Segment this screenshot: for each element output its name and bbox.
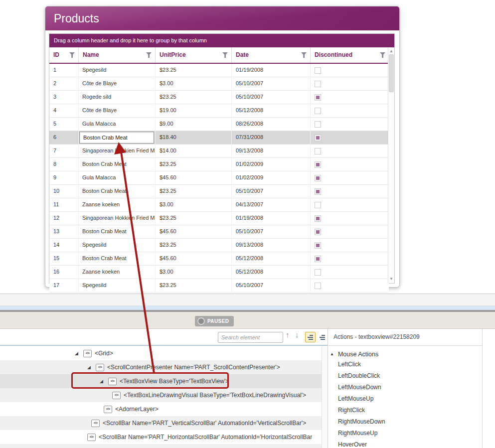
discontinued-checkbox[interactable] — [315, 94, 321, 101]
discontinued-checkbox[interactable] — [315, 175, 321, 181]
scrollbar-thumb[interactable] — [389, 54, 394, 92]
scroll-up-icon[interactable]: ▲ — [388, 48, 394, 54]
discontinued-checkbox[interactable] — [315, 202, 321, 208]
tree-node[interactable]: ◢ <> <ScrollBar Name='PART_VerticalScrol… — [0, 416, 322, 430]
table-row[interactable]: 9 Gula Malacca $45.60 01/02/2009 — [49, 171, 389, 185]
cell-name: Spegesild — [79, 239, 156, 252]
table-row[interactable]: 10 Boston Crab Meat $23.25 05/10/2007 — [49, 185, 389, 198]
product-name: Côte de Blaye — [82, 107, 117, 113]
discontinued-checkbox[interactable] — [315, 256, 321, 262]
cell-name: Côte de Blaye — [79, 77, 156, 90]
column-header-name[interactable]: Name — [79, 47, 156, 63]
table-row[interactable]: 5 Gula Malacca $9.00 08/26/2008 — [49, 118, 389, 131]
discontinued-checkbox[interactable] — [315, 188, 321, 195]
table-row[interactable]: 2 Côte de Blaye $3.00 05/10/2007 — [49, 77, 389, 91]
cell-discontinued — [311, 198, 389, 211]
collapse-icon[interactable]: ▲ — [330, 350, 334, 359]
discontinued-checkbox[interactable] — [315, 148, 321, 154]
filter-funnel-icon[interactable] — [69, 52, 75, 58]
discontinued-checkbox[interactable] — [315, 229, 321, 235]
search-input[interactable] — [218, 332, 283, 343]
action-item[interactable]: LeftClick — [328, 359, 482, 370]
column-header-date[interactable]: Date — [232, 47, 311, 63]
discontinued-checkbox[interactable] — [315, 121, 321, 128]
element-tag-icon: <> — [91, 420, 100, 427]
product-name: Spegesild — [82, 67, 106, 73]
mouse-actions-group[interactable]: ▲ Mouse Actions — [328, 350, 482, 359]
table-row[interactable]: 1 Spegesild $23.25 01/19/2008 — [49, 64, 389, 77]
discontinued-checkbox[interactable] — [315, 81, 321, 87]
discontinued-checkbox[interactable] — [315, 283, 321, 289]
cell-discontinued — [311, 118, 389, 131]
filter-funnel-icon[interactable] — [146, 52, 152, 58]
discontinued-checkbox[interactable] — [315, 161, 321, 168]
actions-panel: Actions - textboxview#22158209 ▲ Mouse A… — [328, 329, 482, 448]
table-row[interactable]: 3 Rogede sild $23.25 05/10/2007 — [49, 91, 389, 104]
discontinued-checkbox[interactable] — [315, 67, 321, 74]
group-by-panel[interactable]: Drag a column header and drop it here to… — [49, 34, 394, 47]
discontinued-checkbox[interactable] — [315, 135, 321, 141]
cell-date: 01/02/2009 — [232, 171, 311, 184]
table-row[interactable]: 11 Zaanse koeken $3.00 04/13/2007 — [49, 198, 389, 212]
table-row[interactable]: 4 Côte de Blaye $19.00 05/12/2008 — [49, 104, 389, 118]
discontinued-checkbox[interactable] — [315, 269, 321, 276]
column-header-discontinued[interactable]: Discontinued — [311, 47, 389, 63]
cell-discontinued — [311, 77, 389, 90]
scroll-down-icon[interactable]: ▼ — [388, 276, 394, 282]
name-editor-input[interactable]: Boston Crab Meat — [79, 132, 154, 144]
action-item[interactable]: LeftMouseUp — [328, 393, 482, 405]
status-strip — [0, 312, 495, 329]
tree-node[interactable]: ◢ <> <TextBoxView BaseType='TextBoxView'… — [0, 374, 322, 388]
action-item[interactable]: RightMouseUp — [328, 428, 482, 439]
tree-scrollbar[interactable] — [322, 346, 328, 448]
tree-node[interactable]: ◢ <> <TextBoxLineDrawingVisual BaseType=… — [0, 388, 322, 402]
column-header-unitprice[interactable]: UnitPrice — [156, 47, 232, 63]
paused-label: PAUSED — [207, 318, 229, 324]
element-tree: ◢ <> <Grid> ◢ <> <ScrollContentPresenter… — [0, 346, 322, 448]
table-row[interactable]: 16 Zaanse koeken $3.00 05/12/2008 — [49, 266, 389, 279]
expander-icon[interactable]: ◢ — [100, 374, 108, 388]
table-row[interactable]: 6 Boston Crab Meat Boston Crab Meat $18.… — [49, 131, 389, 145]
element-tag-icon: <> — [96, 364, 104, 371]
grid-vertical-scrollbar[interactable]: ▲ ▼ — [388, 47, 394, 283]
table-row[interactable]: 7 Singaporean Hokkien Fried Mee $14.00 0… — [49, 145, 389, 158]
action-item[interactable]: HoverOver — [328, 439, 482, 448]
expander-icon[interactable]: ◢ — [87, 360, 96, 374]
cell-unitprice: $23.25 — [156, 64, 232, 77]
cell-name: Spegesild — [79, 279, 156, 292]
next-match-icon[interactable]: ↓ — [295, 330, 299, 339]
action-item[interactable]: LeftMouseDown — [328, 382, 482, 393]
action-item[interactable]: RightMouseDown — [328, 416, 482, 428]
column-header-id[interactable]: ID — [49, 47, 79, 63]
discontinued-checkbox[interactable] — [315, 242, 321, 249]
previous-match-icon[interactable]: ↑ — [286, 330, 290, 339]
filter-funnel-icon[interactable] — [222, 52, 228, 58]
tree-node[interactable]: ◢ <> <Grid> — [0, 346, 322, 360]
tree-node[interactable]: ◢ <> <ScrollBar Name='PART_HorizontalScr… — [0, 430, 322, 444]
filter-funnel-icon[interactable] — [380, 52, 385, 58]
listview-mode-button[interactable] — [318, 332, 328, 342]
cell-date: 05/10/2007 — [232, 225, 311, 238]
table-row[interactable]: 13 Boston Crab Meat $45.60 05/10/2007 — [49, 225, 389, 239]
expander-icon[interactable]: ◢ — [75, 346, 83, 360]
table-row[interactable]: 15 Boston Crab Meat $45.60 05/12/2008 — [49, 252, 389, 266]
mouse-actions-label: Mouse Actions — [338, 350, 378, 359]
cell-unitprice: $45.60 — [156, 171, 232, 184]
table-row[interactable]: 8 Boston Crab Meat $23.25 01/02/2009 — [49, 158, 389, 171]
element-tag-icon: <> — [104, 406, 112, 413]
discontinued-checkbox[interactable] — [315, 215, 321, 222]
table-row[interactable]: 17 Spegesild $23.25 05/10/2007 — [49, 279, 389, 293]
table-row[interactable]: 14 Spegesild $23.25 09/13/2008 — [49, 239, 389, 252]
cell-unitprice: $23.25 — [156, 279, 232, 292]
tree-node[interactable]: ◢ <> <AdornerLayer> — [0, 402, 322, 416]
cell-discontinued — [311, 64, 389, 77]
treeview-mode-button[interactable] — [305, 332, 316, 342]
filter-funnel-icon[interactable] — [301, 52, 307, 58]
action-item[interactable]: RightClick — [328, 405, 482, 416]
discontinued-checkbox[interactable] — [315, 108, 321, 114]
action-item[interactable]: LeftDoubleClick — [328, 370, 482, 382]
cell-unitprice: $9.00 — [156, 118, 232, 131]
tree-node[interactable]: ◢ <> <ScrollContentPresenter Name='PART_… — [0, 360, 322, 374]
table-row[interactable]: 12 Singaporean Hokkien Fried Mee $23.25 … — [49, 212, 389, 225]
cell-date: 05/12/2008 — [232, 266, 311, 279]
